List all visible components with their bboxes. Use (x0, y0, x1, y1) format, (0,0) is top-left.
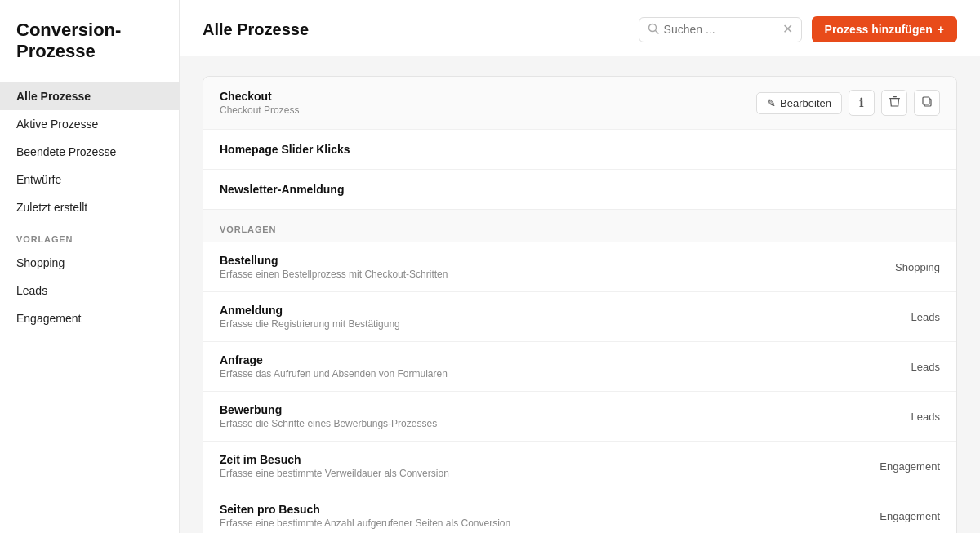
templates-section-label: VORLAGEN (203, 209, 956, 242)
process-item-checkout[interactable]: Checkout Checkout Prozess ✎ Bearbeiten ℹ (203, 77, 956, 130)
template-category-seiten-pro-besuch: Engagement (880, 510, 940, 522)
template-desc-bewerbung: Erfasse die Schritte eines Bewerbungs-Pr… (220, 418, 437, 429)
template-desc-anmeldung: Erfasse die Registrierung mit Bestätigun… (220, 318, 400, 330)
sidebar-item-alle-prozesse[interactable]: Alle Prozesse (0, 82, 179, 110)
template-desc-bestellung: Erfasse einen Bestellprozess mit Checkou… (220, 269, 448, 280)
template-item-bewerbung[interactable]: Bewerbung Erfasse die Schritte eines Bew… (203, 392, 956, 442)
sidebar-item-aktive-prozesse[interactable]: Aktive Prozesse (0, 110, 179, 138)
content-area: Checkout Checkout Prozess ✎ Bearbeiten ℹ (180, 56, 980, 533)
sidebar-item-shopping[interactable]: Shopping (0, 249, 179, 277)
process-name-checkout: Checkout (220, 90, 299, 103)
sidebar-navigation: Alle Prozesse Aktive Prozesse Beendete P… (0, 82, 179, 332)
copy-icon (921, 95, 933, 110)
sidebar-item-entwuerfe[interactable]: Entwürfe (0, 166, 179, 193)
svg-rect-5 (923, 97, 929, 104)
template-name-anfrage: Anfrage (220, 353, 448, 366)
page-title: Alle Prozesse (203, 20, 309, 39)
svg-rect-3 (893, 96, 897, 97)
info-button-checkout[interactable]: ℹ (849, 90, 875, 116)
template-item-seiten-pro-besuch[interactable]: Seiten pro Besuch Erfasse eine bestimmte… (203, 491, 956, 533)
templates-list: Bestellung Erfasse einen Bestellprozess … (203, 242, 956, 533)
template-item-bestellung[interactable]: Bestellung Erfasse einen Bestellprozess … (203, 242, 956, 292)
template-name-bestellung: Bestellung (220, 254, 448, 267)
process-actions-checkout: ✎ Bearbeiten ℹ (756, 90, 940, 116)
svg-line-1 (655, 30, 658, 33)
header-actions: ✕ Prozess hinzufügen + (639, 16, 957, 42)
template-name-anmeldung: Anmeldung (220, 304, 400, 317)
process-list: Checkout Checkout Prozess ✎ Bearbeiten ℹ (203, 77, 956, 209)
sidebar-item-engagement[interactable]: Engagement (0, 304, 179, 332)
search-input[interactable] (664, 23, 777, 36)
copy-button-checkout[interactable] (914, 90, 940, 116)
template-name-zeit-im-besuch: Zeit im Besuch (220, 453, 449, 466)
add-process-button[interactable]: Prozess hinzufügen + (812, 16, 957, 42)
process-desc-checkout: Checkout Prozess (220, 104, 299, 116)
template-desc-anfrage: Erfasse das Aufrufen und Absenden von Fo… (220, 368, 448, 380)
processes-card: Checkout Checkout Prozess ✎ Bearbeiten ℹ (203, 76, 957, 533)
template-item-anmeldung[interactable]: Anmeldung Erfasse die Registrierung mit … (203, 292, 956, 342)
template-name-bewerbung: Bewerbung (220, 403, 437, 416)
process-item-newsletter[interactable]: Newsletter-Anmeldung (203, 170, 956, 209)
info-icon: ℹ (859, 95, 864, 110)
main-content: Alle Prozesse ✕ Prozess hinzufügen + (180, 0, 980, 533)
delete-icon (889, 95, 901, 110)
template-category-zeit-im-besuch: Engagement (880, 460, 940, 473)
plus-icon: + (938, 23, 944, 36)
template-category-bestellung: Shopping (895, 261, 940, 273)
sidebar: Conversion-Prozesse Alle Prozesse Aktive… (0, 0, 180, 533)
template-category-bewerbung: Leads (911, 411, 940, 423)
main-header: Alle Prozesse ✕ Prozess hinzufügen + (180, 0, 980, 56)
sidebar-item-leads[interactable]: Leads (0, 277, 179, 304)
search-box: ✕ (639, 17, 802, 42)
template-item-zeit-im-besuch[interactable]: Zeit im Besuch Erfasse eine bestimmte Ve… (203, 442, 956, 491)
delete-button-checkout[interactable] (881, 90, 907, 116)
template-desc-zeit-im-besuch: Erfasse eine bestimmte Verweildauer als … (220, 468, 449, 479)
edit-icon: ✎ (767, 97, 776, 109)
template-category-anmeldung: Leads (911, 311, 940, 323)
process-name-newsletter: Newsletter-Anmeldung (220, 183, 344, 196)
process-item-homepage-slider[interactable]: Homepage Slider Klicks (203, 130, 956, 170)
search-icon (648, 23, 659, 37)
template-category-anfrage: Leads (911, 361, 940, 373)
sidebar-item-zuletzt-erstellt[interactable]: Zuletzt erstellt (0, 193, 179, 221)
sidebar-title: Conversion-Prozesse (0, 20, 179, 82)
search-clear-icon[interactable]: ✕ (782, 23, 793, 36)
sidebar-item-beendete-prozesse[interactable]: Beendete Prozesse (0, 138, 179, 166)
sidebar-vorlagen-label: VORLAGEN (0, 221, 179, 249)
template-name-seiten-pro-besuch: Seiten pro Besuch (220, 503, 510, 516)
process-name-homepage-slider: Homepage Slider Klicks (220, 143, 350, 156)
template-item-anfrage[interactable]: Anfrage Erfasse das Aufrufen und Absende… (203, 342, 956, 392)
svg-rect-2 (889, 98, 900, 99)
template-desc-seiten-pro-besuch: Erfasse eine bestimmte Anzahl aufgerufen… (220, 517, 510, 529)
edit-button-checkout[interactable]: ✎ Bearbeiten (756, 92, 842, 114)
